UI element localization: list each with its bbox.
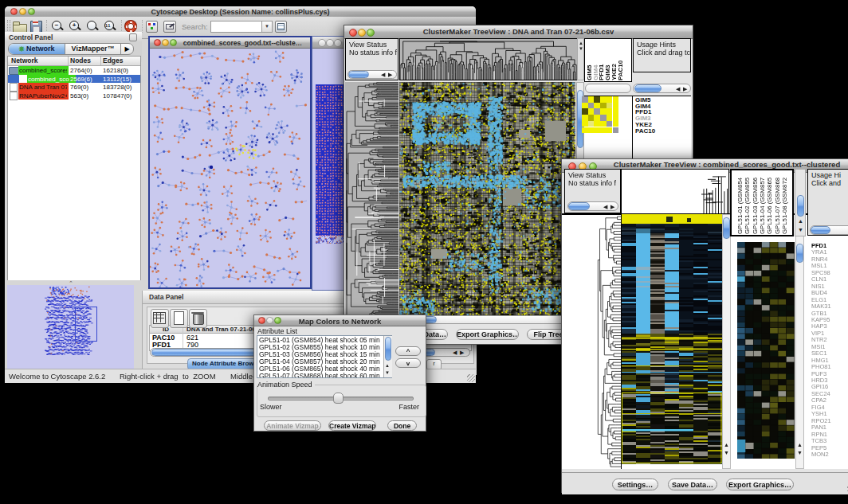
- svg-text:GPL51-06 (GSM865: GPL51-06 (GSM865: [766, 177, 773, 234]
- svg-text:GPL51-03 (GSM856: GPL51-03 (GSM856: [752, 178, 759, 234]
- svg-text:GPL51-07 (GSM868: GPL51-07 (GSM868: [774, 178, 781, 234]
- svg-text:PAC10: PAC10: [617, 60, 624, 80]
- svg-text:GPL51-08 (GSM872: GPL51-08 (GSM872: [781, 178, 788, 234]
- svg-text:GPL51-01 (GSM854: GPL51-01 (GSM854: [736, 177, 744, 234]
- svg-text:GPL51-04 (GSM857: GPL51-04 (GSM857: [759, 178, 766, 234]
- svg-text:GPL51-02 (GSM855: GPL51-02 (GSM855: [744, 177, 751, 234]
